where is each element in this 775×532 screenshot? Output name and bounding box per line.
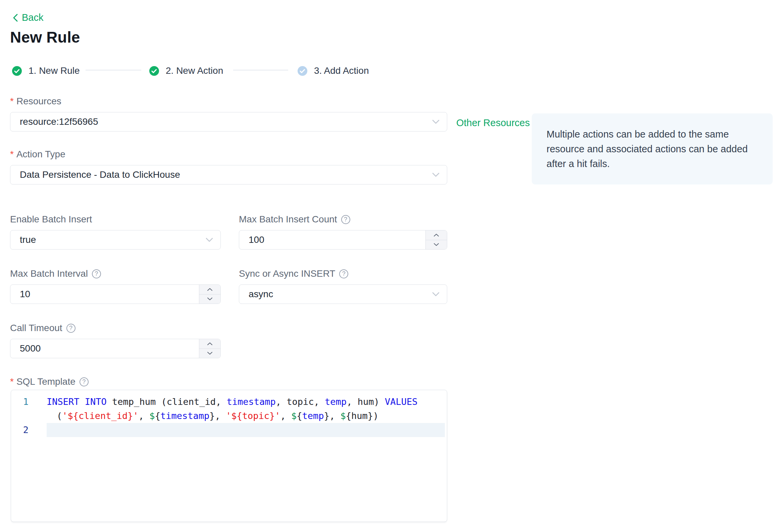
max-batch-interval-input[interactable]: 10 — [10, 284, 221, 304]
stepper-step-3-label: 3. Add Action — [314, 65, 369, 76]
action-type-label: * Action Type — [10, 149, 65, 160]
sync-or-async-insert-label: Sync or Async INSERT ? — [239, 268, 348, 279]
page-title: New Rule — [10, 28, 80, 46]
chevron-down-icon — [432, 292, 440, 297]
help-icon[interactable]: ? — [80, 377, 89, 386]
max-batch-insert-count-value: 100 — [239, 234, 264, 245]
enable-batch-insert-value: true — [10, 234, 36, 245]
action-type-select[interactable]: Data Persistence - Data to ClickHouse — [10, 165, 447, 184]
enable-batch-insert-label: Enable Batch Insert — [10, 214, 92, 225]
back-label: Back — [22, 12, 43, 23]
chevron-down-icon — [432, 173, 440, 177]
chevron-up-icon — [433, 233, 439, 237]
increment-button[interactable] — [199, 285, 220, 295]
code-text: INSERT INTO temp_hum (client_id, timesta… — [47, 395, 445, 409]
chevron-up-icon — [207, 288, 213, 291]
chevron-up-icon — [207, 342, 213, 345]
stepper-step-2[interactable]: 2. New Action — [149, 65, 223, 76]
new-rule-page: Back New Rule 1. New Rule 2. New Action … — [0, 0, 775, 532]
sql-template-editor[interactable]: 1 INSERT INTO temp_hum (client_id, times… — [11, 390, 447, 522]
number-stepper — [199, 339, 220, 358]
sync-or-async-insert-value: async — [239, 289, 273, 300]
stepper-step-1-label: 1. New Rule — [29, 65, 80, 76]
increment-button[interactable] — [426, 230, 447, 240]
stepper-step-3[interactable]: 3. Add Action — [298, 65, 369, 76]
code-line: ('${client_id}', ${timestamp}, '${topic}… — [11, 409, 447, 423]
code-line-active: 2 — [11, 423, 447, 437]
number-stepper — [199, 285, 220, 304]
info-tip-box: Multiple actions can be added to the sam… — [532, 113, 773, 184]
code-line: 1 INSERT INTO temp_hum (client_id, times… — [11, 395, 447, 409]
resources-select-value: resource:12f56965 — [10, 116, 98, 127]
decrement-button[interactable] — [199, 295, 220, 304]
chevron-down-icon — [207, 297, 213, 301]
required-mark: * — [10, 96, 14, 107]
check-circle-icon — [298, 66, 307, 76]
other-resources-link[interactable]: Other Resources — [456, 117, 530, 128]
decrement-button[interactable] — [426, 240, 447, 250]
required-mark: * — [10, 376, 14, 387]
required-mark: * — [10, 149, 14, 160]
chevron-down-icon — [433, 243, 439, 246]
call-timeout-input[interactable]: 5000 — [10, 339, 221, 358]
chevron-down-icon — [432, 120, 440, 124]
check-circle-icon — [149, 66, 159, 76]
sync-or-async-insert-select[interactable]: async — [239, 284, 447, 304]
sql-template-label: * SQL Template ? — [10, 376, 89, 387]
max-batch-interval-label: Max Batch Interval ? — [10, 268, 101, 279]
stepper-connector — [86, 70, 141, 70]
chevron-left-icon — [12, 13, 18, 22]
max-batch-interval-value: 10 — [10, 289, 30, 300]
line-number: 2 — [11, 423, 35, 437]
chevron-down-icon — [207, 352, 213, 355]
number-stepper — [425, 230, 447, 249]
help-icon[interactable]: ? — [339, 269, 348, 278]
help-icon[interactable]: ? — [92, 269, 101, 278]
resources-select[interactable]: resource:12f56965 — [10, 112, 447, 131]
code-text: ('${client_id}', ${timestamp}, '${topic}… — [47, 409, 445, 423]
action-type-select-value: Data Persistence - Data to ClickHouse — [10, 169, 180, 180]
stepper-step-1[interactable]: 1. New Rule — [12, 65, 80, 76]
stepper-connector — [233, 70, 288, 70]
decrement-button[interactable] — [199, 349, 220, 358]
call-timeout-label: Call Timeout ? — [10, 323, 75, 333]
line-number: 1 — [11, 395, 35, 409]
max-batch-insert-count-label: Max Batch Insert Count ? — [239, 214, 350, 225]
stepper-step-2-label: 2. New Action — [166, 65, 223, 76]
increment-button[interactable] — [199, 339, 220, 349]
help-icon[interactable]: ? — [341, 215, 350, 224]
enable-batch-insert-select[interactable]: true — [10, 230, 221, 250]
chevron-down-icon — [206, 238, 213, 242]
call-timeout-value: 5000 — [10, 343, 41, 354]
help-icon[interactable]: ? — [66, 324, 75, 333]
check-circle-icon — [12, 66, 22, 76]
back-button[interactable]: Back — [12, 12, 43, 23]
code-text — [47, 423, 445, 437]
resources-label: * Resources — [10, 96, 61, 107]
max-batch-insert-count-input[interactable]: 100 — [239, 230, 447, 250]
